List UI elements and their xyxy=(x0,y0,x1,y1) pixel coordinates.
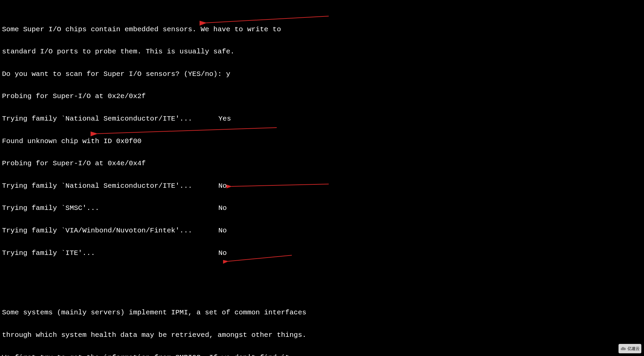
result-label: Trying family `National Semiconductor/IT… xyxy=(2,115,218,123)
annotation-arrow-icon xyxy=(91,124,282,137)
text-line: Probing for Super-I/O at 0x4e/0x4f xyxy=(2,160,642,167)
terminal-output: Some Super I/O chips contain embedded se… xyxy=(0,0,644,356)
annotation-arrow-icon xyxy=(200,13,334,27)
result-label: Trying family `VIA/Winbond/Nuvoton/Finte… xyxy=(2,227,218,234)
result-label: Trying family `ITE'... xyxy=(2,250,218,257)
prompt-line: Do you want to scan for Super I/O sensor… xyxy=(2,71,642,78)
text-line: Some systems (mainly servers) implement … xyxy=(2,309,642,316)
blank-line xyxy=(2,272,642,279)
text-line: standard I/O ports to probe them. This i… xyxy=(2,48,642,55)
result-line: Trying family `ITE'...No xyxy=(2,250,642,257)
text-line: Found unknown chip with ID 0x0f00 xyxy=(2,138,642,145)
user-answer[interactable]: y xyxy=(226,70,230,78)
svg-line-3 xyxy=(97,128,277,134)
result-line: Trying family `VIA/Winbond/Nuvoton/Finte… xyxy=(2,227,642,234)
text-line: Probing for Super-I/O at 0x2e/0x2f xyxy=(2,93,642,100)
result-line: Trying family `SMSC'...No xyxy=(2,205,642,212)
result-value: No xyxy=(218,205,227,212)
text-line: Some Super I/O chips contain embedded se… xyxy=(2,26,642,33)
prompt-text: Do you want to scan for Super I/O sensor… xyxy=(2,70,226,78)
cloud-icon xyxy=(620,346,626,352)
watermark-badge: 亿速云 xyxy=(619,344,641,353)
result-line: Trying family `National Semiconductor/IT… xyxy=(2,182,642,190)
result-line: Trying family `National Semiconductor/IT… xyxy=(2,115,642,123)
watermark-label: 亿速云 xyxy=(628,345,640,352)
result-value: No xyxy=(218,227,227,234)
result-value: No xyxy=(218,182,227,190)
text-line: We first try to get the information from… xyxy=(2,354,642,356)
result-value: Yes xyxy=(218,115,231,123)
svg-line-1 xyxy=(206,16,329,23)
result-value: No xyxy=(218,250,227,257)
result-label: Trying family `National Semiconductor/IT… xyxy=(2,182,218,190)
result-label: Trying family `SMSC'... xyxy=(2,205,218,212)
text-line: through which system health data may be … xyxy=(2,331,642,339)
